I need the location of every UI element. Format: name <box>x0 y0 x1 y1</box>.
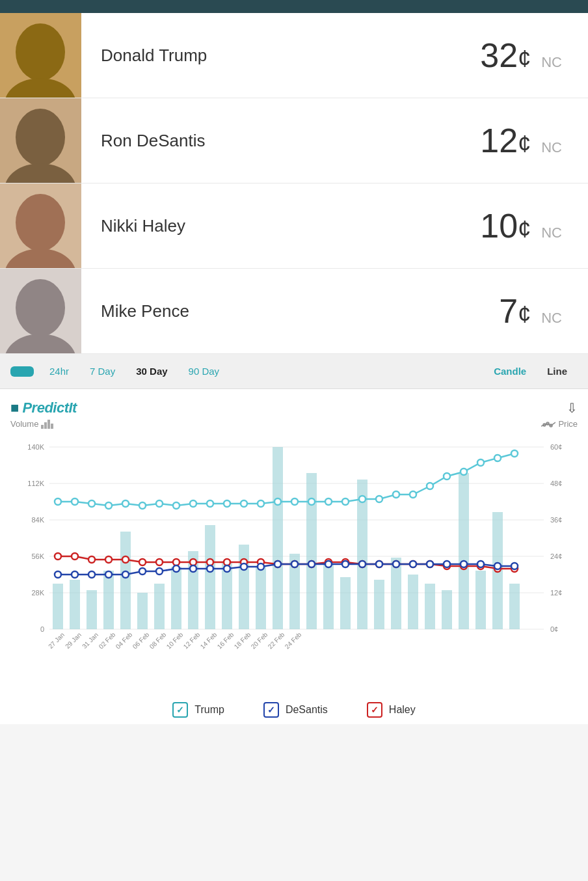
svg-point-4 <box>16 109 65 166</box>
svg-rect-40 <box>103 571 114 629</box>
trump-legend-label: Trump <box>194 704 224 716</box>
desantis-checkbox[interactable]: ✓ <box>263 702 279 718</box>
desantis-legend-label: DeSantis <box>286 704 328 716</box>
price-line-icon <box>541 420 555 429</box>
svg-text:0¢: 0¢ <box>550 625 558 633</box>
table-header <box>0 0 588 13</box>
svg-point-140 <box>376 561 382 567</box>
contract-price-area-trump: 32¢NC <box>480 38 588 72</box>
svg-point-95 <box>88 556 95 563</box>
legend-haley: ✓ Haley <box>367 702 416 718</box>
svg-point-69 <box>122 500 129 507</box>
svg-text:16 Feb: 16 Feb <box>216 630 235 650</box>
svg-point-70 <box>139 502 146 509</box>
main-chart-svg: 0 28K 56K 84K 112K 140K 0¢ 12¢ 24¢ 36¢ 4… <box>10 434 578 681</box>
svg-point-145 <box>461 561 467 567</box>
svg-point-138 <box>342 561 349 567</box>
svg-text:12¢: 12¢ <box>550 589 562 597</box>
line-tab[interactable]: Line <box>537 360 578 382</box>
svg-point-78 <box>274 498 281 505</box>
svg-point-75 <box>224 500 230 507</box>
legend-desantis: ✓ DeSantis <box>263 702 328 718</box>
svg-point-130 <box>207 565 213 572</box>
tab-7day[interactable]: 7 Day <box>79 360 126 382</box>
tabs-bar: 24hr 7 Day 30 Day 90 Day Candle Line <box>0 354 588 389</box>
stats-tab[interactable] <box>10 366 34 377</box>
svg-point-136 <box>308 561 315 567</box>
svg-rect-41 <box>120 532 131 629</box>
svg-rect-59 <box>425 584 435 629</box>
svg-point-128 <box>173 565 180 572</box>
svg-text:24 Feb: 24 Feb <box>284 630 303 650</box>
tab-90day[interactable]: 90 Day <box>178 360 230 382</box>
svg-text:84K: 84K <box>31 516 44 524</box>
download-icon[interactable]: ⇩ <box>567 400 578 416</box>
svg-text:06 Feb: 06 Feb <box>131 630 151 650</box>
svg-point-68 <box>105 502 112 509</box>
svg-point-125 <box>122 571 129 578</box>
trump-checkbox[interactable]: ✓ <box>172 702 188 718</box>
chart-header: ■ PredictIt ⇩ <box>10 400 578 416</box>
svg-point-81 <box>325 498 332 505</box>
svg-point-88 <box>444 473 450 480</box>
svg-text:31 Jan: 31 Jan <box>81 631 100 650</box>
svg-point-124 <box>105 571 112 578</box>
svg-point-135 <box>291 561 298 567</box>
contract-row-pence[interactable]: Mike Pence7¢NC <box>0 269 588 354</box>
svg-text:48¢: 48¢ <box>550 480 562 487</box>
svg-rect-37 <box>53 584 63 629</box>
svg-point-89 <box>461 468 467 475</box>
svg-point-80 <box>308 498 315 505</box>
svg-point-139 <box>359 561 366 567</box>
svg-point-147 <box>494 563 501 569</box>
contract-row-haley[interactable]: Nikki Haley10¢NC <box>0 183 588 269</box>
svg-point-143 <box>427 561 433 567</box>
svg-text:22 Feb: 22 Feb <box>267 630 286 650</box>
svg-text:140K: 140K <box>27 443 44 451</box>
contract-change-pence: NC <box>541 310 562 327</box>
legend-trump: ✓ Trump <box>172 702 224 718</box>
svg-text:28K: 28K <box>31 589 44 597</box>
svg-text:02 Feb: 02 Feb <box>98 630 117 650</box>
svg-text:10 Feb: 10 Feb <box>165 630 185 650</box>
candle-tab[interactable]: Candle <box>483 360 537 382</box>
svg-point-126 <box>139 568 146 575</box>
avatar-desantis <box>0 98 81 183</box>
svg-text:29 Jan: 29 Jan <box>64 631 83 650</box>
svg-rect-44 <box>171 567 181 629</box>
chart-legend: ✓ Trump ✓ DeSantis ✓ Haley <box>0 689 588 724</box>
contract-price-area-desantis: 12¢NC <box>480 124 588 157</box>
contract-price-area-pence: 7¢NC <box>499 294 588 328</box>
svg-rect-52 <box>306 473 317 629</box>
svg-point-133 <box>258 563 264 570</box>
svg-point-73 <box>190 500 196 507</box>
svg-rect-43 <box>154 584 165 629</box>
svg-point-97 <box>122 556 129 563</box>
tab-30day[interactable]: 30 Day <box>126 360 178 382</box>
svg-rect-50 <box>273 447 283 629</box>
svg-point-137 <box>325 561 332 567</box>
svg-text:0: 0 <box>40 625 44 633</box>
contract-price-haley: 10¢ <box>480 209 531 243</box>
svg-point-66 <box>72 498 78 505</box>
contract-change-haley: NC <box>541 224 562 241</box>
svg-point-10 <box>16 279 65 336</box>
svg-rect-64 <box>509 584 520 629</box>
svg-point-76 <box>241 500 247 507</box>
svg-point-144 <box>444 561 450 567</box>
svg-point-134 <box>274 561 281 567</box>
svg-point-101 <box>190 559 196 565</box>
svg-text:24¢: 24¢ <box>550 552 562 560</box>
svg-rect-38 <box>70 580 80 629</box>
tab-24hr[interactable]: 24hr <box>39 360 79 382</box>
haley-checkbox[interactable]: ✓ <box>367 702 382 718</box>
svg-rect-60 <box>442 590 452 629</box>
contract-row-desantis[interactable]: Ron DeSantis12¢NC <box>0 98 588 183</box>
svg-rect-61 <box>459 473 469 629</box>
svg-point-77 <box>258 500 264 507</box>
contract-price-area-haley: 10¢NC <box>480 209 588 243</box>
svg-text:36¢: 36¢ <box>550 516 562 524</box>
contract-row-trump[interactable]: Donald Trump32¢NC <box>0 13 588 98</box>
svg-rect-56 <box>374 580 384 629</box>
price-label: Price <box>541 419 578 429</box>
